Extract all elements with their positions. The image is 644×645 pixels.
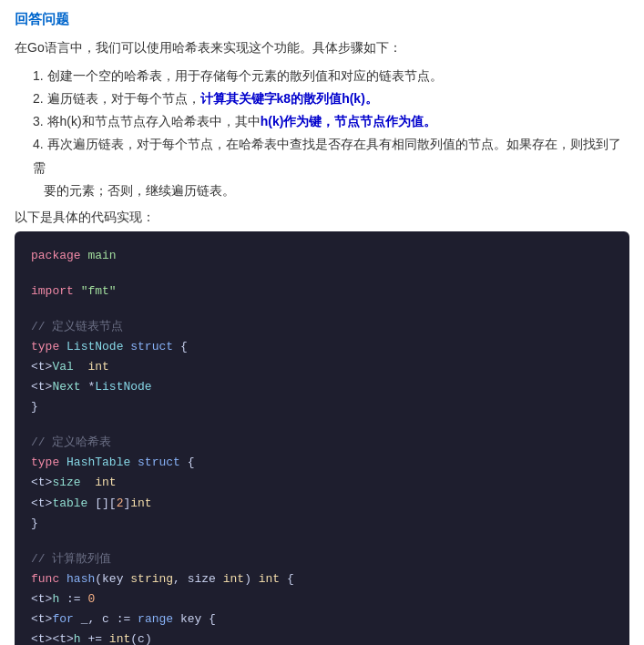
code-line-empty-1: [31, 266, 613, 282]
code-line-empty-3: [31, 417, 613, 433]
code-line-2: import "fmt": [31, 282, 613, 302]
code-line-3: type ListNode struct {: [31, 337, 613, 357]
code-line-10: }: [31, 514, 613, 534]
step-4: 4. 再次遍历链表，对于每个节点，在哈希表中查找是否存在具有相同散列值的节点。如…: [33, 133, 629, 202]
code-line-comment-2: // 定义哈希表: [31, 433, 613, 453]
code-line-5: <t>Next *ListNode: [31, 377, 613, 397]
step-3: 3. 将h(k)和节点节点存入哈希表中，其中h(k)作为键，节点节点作为值。: [33, 110, 629, 133]
page-container: 回答问题 在Go语言中，我们可以使用哈希表来实现这个功能。具体步骤如下： 1. …: [15, 11, 629, 645]
code-line-7: type HashTable struct {: [31, 453, 613, 473]
code-line-14: <t><t>h += int(c): [31, 630, 613, 645]
code-line-6: }: [31, 397, 613, 417]
page-title: 回答问题: [15, 11, 629, 28]
code-line-12: <t>h := 0: [31, 589, 613, 609]
code-line-comment-3: // 计算散列值: [31, 549, 613, 569]
code-intro: 以下是具体的代码实现：: [15, 210, 629, 226]
steps-list: 1. 创建一个空的哈希表，用于存储每个元素的散列值和对应的链表节点。 2. 遍历…: [33, 65, 629, 202]
step-2: 2. 遍历链表，对于每个节点，计算其关键字k8的散列值h(k)。: [33, 87, 629, 110]
code-line-8: <t>size int: [31, 473, 613, 493]
intro-line1: 在Go语言中，我们可以使用哈希表来实现这个功能。具体步骤如下：: [15, 37, 629, 59]
code-line-11: func hash(key string, size int) int {: [31, 569, 613, 589]
code-line-empty-2: [31, 302, 613, 317]
code-line-1: package main: [31, 246, 613, 266]
code-line-4: <t>Val int: [31, 357, 613, 377]
code-block: package main import "fmt" // 定义链表节点 type…: [15, 231, 629, 645]
code-line-comment-1: // 定义链表节点: [31, 317, 613, 337]
step-1: 1. 创建一个空的哈希表，用于存储每个元素的散列值和对应的链表节点。: [33, 65, 629, 87]
code-line-13: <t>for _, c := range key {: [31, 609, 613, 630]
code-line-9: <t>table [][2]int: [31, 494, 613, 514]
code-line-empty-4: [31, 534, 613, 549]
